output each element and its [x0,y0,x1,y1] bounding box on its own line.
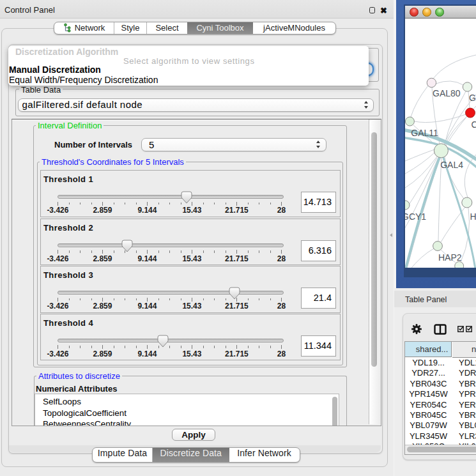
svg-text:GA: GA [469,93,476,103]
svg-text:GAL4: GAL4 [440,160,463,170]
svg-text:HAP2: HAP2 [438,252,462,263]
svg-text:H: H [470,211,476,222]
svg-text:GAL80: GAL80 [433,88,461,98]
svg-text:GAL11: GAL11 [411,128,438,138]
svg-text:C: C [471,119,476,130]
svg-text:GCY1: GCY1 [405,211,426,222]
